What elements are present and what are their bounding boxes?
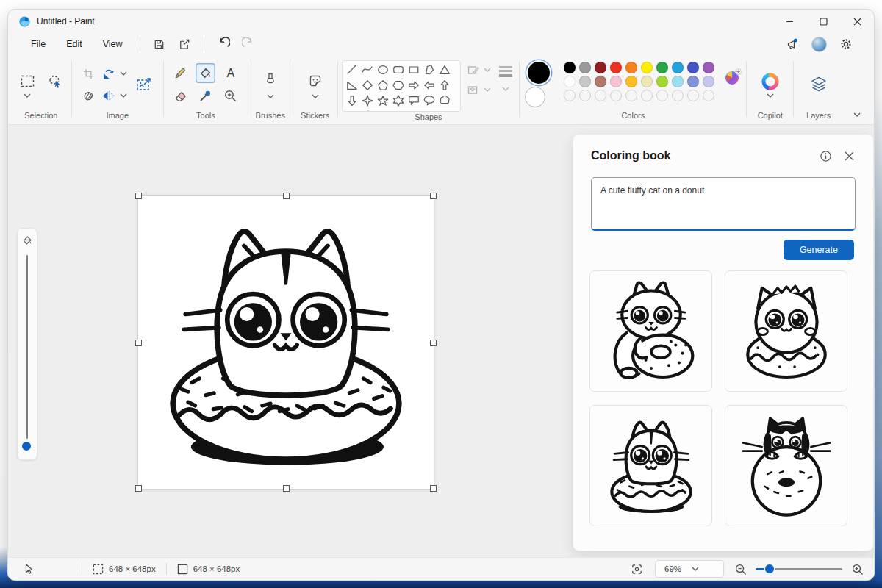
palette-empty-slot[interactable] [672, 90, 684, 101]
shape-rounded-rectangle[interactable] [390, 62, 406, 77]
slider-thumb[interactable] [22, 442, 31, 451]
stickers-button[interactable] [305, 71, 325, 91]
shape-diamond[interactable] [359, 77, 375, 93]
selection-handle[interactable] [135, 193, 142, 199]
selection-handle[interactable] [430, 193, 437, 199]
thumbnail-option-3[interactable] [589, 405, 712, 526]
paint-canvas[interactable] [137, 195, 434, 490]
flip-dropdown-chevron-icon[interactable] [120, 93, 127, 98]
copilot-dropdown-chevron-icon[interactable] [767, 93, 774, 98]
palette-swatch[interactable] [703, 76, 714, 87]
secondary-color-swatch[interactable] [525, 87, 545, 107]
selection-handle[interactable] [283, 485, 290, 492]
close-button[interactable] [840, 10, 874, 33]
shape-triangle[interactable] [437, 62, 452, 77]
shape-fill-icon[interactable] [467, 83, 480, 96]
redo-button[interactable] [237, 35, 260, 54]
shape-line[interactable] [344, 62, 359, 77]
palette-empty-slot[interactable] [641, 90, 653, 101]
palette-empty-slot[interactable] [656, 90, 668, 101]
menu-edit[interactable]: Edit [57, 36, 92, 52]
feedback-button[interactable] [781, 35, 804, 54]
zoom-slider-thumb[interactable] [764, 564, 775, 574]
pencil-tool-button[interactable] [171, 63, 190, 83]
palette-empty-slot[interactable] [703, 90, 714, 101]
palette-empty-slot[interactable] [687, 90, 699, 101]
freeform-select-button[interactable] [45, 71, 65, 91]
shape-rectangle[interactable] [406, 62, 421, 77]
primary-color-swatch[interactable] [528, 62, 550, 84]
undo-button[interactable] [212, 35, 235, 54]
palette-swatch[interactable] [595, 62, 606, 74]
shapes-gallery[interactable] [342, 60, 461, 112]
shape-oval[interactable] [375, 62, 390, 77]
minimize-button[interactable] [772, 10, 806, 33]
palette-empty-slot[interactable] [564, 90, 576, 101]
brushes-dropdown-chevron-icon[interactable] [267, 94, 274, 98]
shape-polygon[interactable] [421, 62, 437, 77]
palette-swatch[interactable] [703, 62, 714, 74]
shape-down-arrow[interactable] [344, 93, 359, 108]
stroke-size-icon[interactable] [497, 63, 514, 79]
rectangle-select-button[interactable] [18, 71, 37, 91]
palette-empty-slot[interactable] [625, 90, 637, 101]
prompt-input[interactable]: A cute fluffy cat on a donut [592, 178, 855, 229]
palette-swatch[interactable] [579, 76, 591, 87]
zoom-slider[interactable] [756, 564, 842, 574]
rotate-dropdown-chevron-icon[interactable] [120, 71, 127, 76]
flip-button[interactable] [98, 86, 118, 106]
rotate-button[interactable] [98, 64, 118, 84]
stroke-size-chevron-icon[interactable] [502, 87, 509, 91]
brushes-button[interactable] [260, 71, 280, 91]
palette-swatch[interactable] [595, 76, 606, 87]
thumbnail-option-2[interactable] [725, 270, 847, 392]
selection-handle[interactable] [430, 340, 437, 346]
palette-empty-slot[interactable] [579, 90, 591, 101]
zoom-in-button[interactable] [851, 563, 864, 576]
share-button[interactable] [173, 35, 196, 54]
palette-swatch[interactable] [672, 76, 684, 87]
palette-swatch[interactable] [579, 62, 591, 74]
selection-handle[interactable] [135, 485, 142, 492]
settings-button[interactable] [834, 35, 858, 54]
selection-handle[interactable] [283, 193, 290, 199]
shape-curve[interactable] [359, 62, 375, 77]
resize-button[interactable] [132, 72, 157, 97]
palette-swatch[interactable] [687, 76, 699, 87]
ribbon-collapse-button[interactable] [843, 55, 871, 124]
panel-close-button[interactable] [839, 146, 858, 165]
zoom-level-dropdown[interactable]: 69% [655, 560, 724, 578]
palette-swatch[interactable] [687, 62, 699, 74]
generate-button[interactable]: Generate [784, 240, 854, 260]
edit-colors-button[interactable] [723, 68, 742, 87]
palette-swatch[interactable] [672, 62, 684, 74]
shape-outline-icon[interactable] [467, 63, 480, 76]
shape-outline-chevron-icon[interactable] [484, 68, 491, 72]
shape-lightning[interactable] [359, 108, 375, 112]
palette-swatch[interactable] [610, 76, 622, 87]
fit-to-screen-button[interactable] [631, 563, 643, 576]
selection-handle[interactable] [430, 485, 437, 492]
slider-track[interactable] [26, 255, 29, 439]
menu-view[interactable]: View [93, 36, 132, 52]
shape-hexagon[interactable] [390, 77, 406, 93]
palette-swatch[interactable] [656, 62, 668, 74]
shape-rounded-speech-bubble[interactable] [406, 93, 421, 108]
crop-button[interactable] [79, 64, 98, 84]
palette-swatch[interactable] [564, 76, 576, 87]
shape-six-point-star[interactable] [390, 93, 406, 108]
layers-button[interactable] [809, 75, 828, 94]
palette-swatch[interactable] [564, 62, 576, 74]
menu-file[interactable]: File [21, 36, 55, 52]
zoom-out-button[interactable] [734, 563, 747, 576]
magnifier-tool-button[interactable] [220, 86, 240, 106]
account-avatar[interactable] [811, 37, 827, 52]
save-button[interactable] [148, 35, 171, 54]
palette-empty-slot[interactable] [595, 90, 606, 101]
remove-background-button[interactable] [79, 86, 98, 106]
eraser-tool-button[interactable] [171, 86, 190, 106]
shape-cloud-bubble[interactable] [437, 93, 452, 108]
palette-swatch[interactable] [641, 76, 653, 87]
stickers-dropdown-chevron-icon[interactable] [312, 94, 319, 98]
selection-dropdown-chevron-icon[interactable] [24, 93, 31, 98]
